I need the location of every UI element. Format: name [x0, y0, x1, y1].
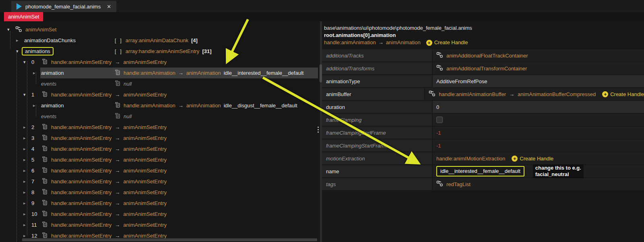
entry-index: 5 — [31, 157, 39, 163]
checkbox-unchecked[interactable] — [436, 117, 443, 123]
handle-icon — [42, 91, 48, 98]
handle-type: handle:animAnimSetEntry — [51, 222, 111, 228]
field-label: animation — [41, 103, 64, 109]
chevron-down-icon[interactable]: ▾ — [23, 59, 28, 65]
property-row-animationType: animationType AdditiveFromRefPose — [322, 75, 644, 87]
tab-title: photomode_female_facial.anims — [25, 4, 101, 10]
create-handle-button[interactable]: + Create Handle — [512, 156, 553, 162]
tree-row-entry-1[interactable]: ▾ 1 handle:animAnimSetEntry → animAnimSe… — [0, 89, 318, 100]
annotation-tooltip: change this to e.g. facial_neutral — [533, 164, 584, 178]
chunk-type-badge[interactable]: animAnimSet — [4, 12, 43, 21]
panel-splitter[interactable] — [318, 21, 322, 242]
arrow-glyph: → — [509, 91, 514, 97]
create-handle-button[interactable]: + Create Handle — [602, 91, 644, 97]
property-value[interactable]: handle:animIMotionExtraction + Create Ha… — [433, 152, 644, 164]
tree-row-entry-7[interactable]: ▸7handle:animAnimSetEntry→animAnimSetEnt… — [0, 176, 318, 187]
tree-row-animations[interactable]: ▾ animations [ ] array:handle:animAnimSe… — [0, 46, 318, 57]
arrow-glyph: → — [378, 39, 384, 46]
property-row-name: name idle__interested__female__default c… — [322, 165, 644, 177]
property-value[interactable]: -1 — [433, 127, 644, 139]
property-name: motionExtraction — [322, 152, 432, 164]
class-type: animAnimation — [386, 39, 421, 46]
document-tab[interactable]: photomode_female_facial.anims ✕ — [11, 1, 116, 12]
create-handle-button[interactable]: + Create Handle — [426, 39, 468, 46]
tree-row-entry-9[interactable]: ▸9handle:animAnimSetEntry→animAnimSetEnt… — [0, 198, 318, 209]
tree-row-events-1[interactable]: events null — [0, 111, 318, 122]
property-value[interactable]: 0 — [433, 101, 644, 113]
tree-row-entry-4[interactable]: ▸4handle:animAnimSetEntry→animAnimSetEnt… — [0, 144, 318, 154]
close-icon[interactable]: ✕ — [107, 4, 111, 10]
property-name: additionalTransforms — [322, 62, 432, 74]
tree-row-entry-6[interactable]: ▸6handle:animAnimSetEntry→animAnimSetEnt… — [0, 165, 318, 176]
tree-row-root[interactable]: ▾ animAnimSet — [0, 24, 318, 35]
value-class: animAdditionalFloatTrackContainer — [446, 53, 528, 59]
chevron-right-icon[interactable]: ▸ — [23, 179, 28, 184]
chevron-right-icon[interactable]: ▸ — [23, 135, 28, 141]
arrow-glyph: → — [115, 189, 120, 195]
property-value[interactable]: redTagList — [433, 178, 644, 190]
chevron-right-icon[interactable]: ▸ — [23, 157, 28, 162]
tree-row-entry-5[interactable]: ▸5handle:animAnimSetEntry→animAnimSetEnt… — [0, 154, 318, 165]
tree-row-events-0[interactable]: events null — [0, 78, 318, 89]
tree-row-animation-1[interactable]: ▸ animation handle:animAnimation → animA… — [0, 100, 318, 111]
chevron-right-icon[interactable]: ▸ — [23, 233, 28, 238]
tree-row-entry-10[interactable]: ▸10handle:animAnimSetEntry→animAnimSetEn… — [0, 209, 318, 219]
handle-type: handle:animAnimSetEntry — [51, 200, 111, 206]
chevron-down-icon[interactable]: ▾ — [7, 27, 12, 32]
chevron-down-icon[interactable]: ▾ — [23, 92, 28, 97]
array-icon: [ ] — [115, 48, 123, 54]
chevron-down-icon[interactable]: ▾ — [16, 49, 21, 54]
value-number: -1 — [436, 130, 441, 136]
plus-icon: + — [512, 156, 518, 162]
null-value: null — [124, 113, 132, 119]
handle-icon — [42, 167, 48, 174]
class-type: animAnimation — [186, 103, 221, 109]
value-text: 0 — [436, 104, 439, 110]
arrow-glyph: → — [115, 178, 120, 185]
chevron-right-icon[interactable]: ▸ — [23, 125, 28, 130]
chevron-right-icon[interactable]: ▸ — [23, 168, 28, 173]
class-icon — [436, 52, 443, 59]
value-class: redTagList — [446, 181, 471, 187]
tree-row-animation-0[interactable]: ▸ animation handle:animAnimation → animA… — [0, 68, 318, 78]
handle-type: handle:animAnimSetEntry — [51, 146, 111, 152]
animation-name: idle__disgust__female__default — [224, 103, 297, 109]
property-row-duration: duration 0 — [322, 101, 644, 113]
tree-row-animationDataChunks[interactable]: ▸ animationDataChunks [ ] array:animAnim… — [0, 35, 318, 46]
property-value[interactable]: -1 — [433, 139, 644, 152]
tree-row-entry-2[interactable]: ▸2handle:animAnimSetEntry→animAnimSetEnt… — [0, 122, 318, 133]
arrow-glyph: → — [115, 200, 120, 206]
tree-row-entry-11[interactable]: ▸11handle:animAnimSetEntry→animAnimSetEn… — [0, 219, 318, 230]
chevron-right-icon[interactable]: ▸ — [23, 146, 28, 152]
handle-type: handle:animAnimSetEntry — [51, 92, 111, 98]
chevron-right-icon[interactable]: ▸ — [23, 211, 28, 217]
chevron-right-icon[interactable]: ▸ — [33, 103, 38, 108]
handle-type: handle:animAnimation — [124, 70, 175, 76]
chevron-right-icon[interactable]: ▸ — [16, 38, 21, 43]
handle-icon — [42, 145, 48, 153]
chevron-right-icon[interactable]: ▸ — [23, 201, 28, 206]
horizontal-scrollbar[interactable] — [22, 238, 317, 241]
chevron-right-icon[interactable]: ▸ — [23, 222, 28, 228]
class-type: animAnimSetEntry — [123, 135, 167, 141]
plus-icon: + — [426, 40, 432, 46]
name-input[interactable]: idle__interested__female__default — [436, 166, 524, 176]
tree-row-entry-0[interactable]: ▾ 0 handle:animAnimSetEntry → animAnimSe… — [0, 57, 318, 68]
inspector-panel: base\animations\ui\photomode\photomode_f… — [322, 21, 644, 242]
handle-icon — [42, 58, 48, 66]
property-value[interactable]: handle:animIAnimationBuffer → animAnimat… — [425, 88, 644, 100]
chevron-right-icon[interactable]: ▸ — [33, 70, 38, 76]
property-value[interactable]: animAdditionalFloatTrackContainer — [433, 49, 644, 62]
property-value[interactable]: AdditiveFromRefPose — [433, 75, 644, 87]
property-value[interactable]: animAdditionalTransformContainer — [433, 62, 644, 74]
tree-row-entry-8[interactable]: ▸8handle:animAnimSetEntry→animAnimSetEnt… — [0, 187, 318, 198]
property-name: additionalTracks — [322, 49, 432, 62]
field-label: events — [41, 81, 56, 87]
class-type: animAnimSetEntry — [123, 59, 167, 65]
handle-icon — [42, 134, 48, 142]
splitter-dots-icon[interactable] — [318, 127, 319, 133]
chevron-right-icon[interactable]: ▸ — [23, 190, 28, 195]
tree-row-entry-3[interactable]: ▸3handle:animAnimSetEntry→animAnimSetEnt… — [0, 133, 318, 144]
create-handle-label: Create Handle — [610, 91, 644, 97]
array-type: array:handle:animAnimSetEntry — [126, 48, 200, 54]
